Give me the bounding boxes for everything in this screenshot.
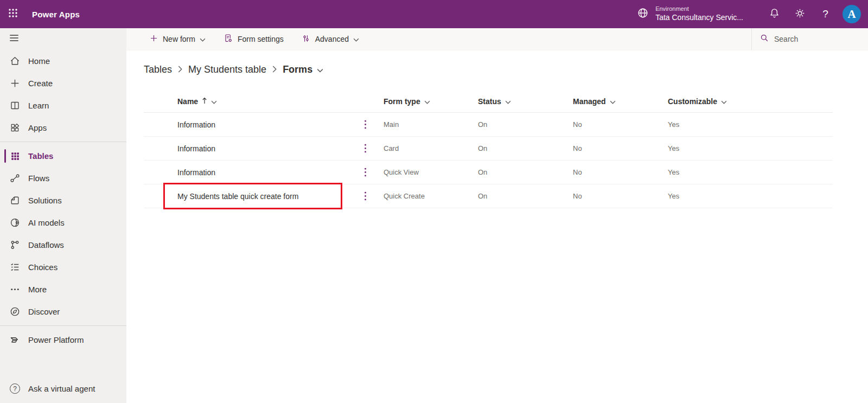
form-name[interactable]: Information [177, 168, 215, 177]
sidebar-item-ask-virtual-agent[interactable]: ? Ask a virtual agent [0, 378, 126, 400]
waffle-icon [8, 8, 18, 21]
row-more-commands-button[interactable] [361, 189, 370, 203]
advanced-button[interactable]: Advanced [295, 28, 366, 50]
column-header-name[interactable]: Name [177, 90, 217, 112]
managed-cell: No [573, 161, 582, 184]
column-header-form-type[interactable]: Form type [384, 90, 430, 112]
sidebar-item-label: Dataflows [28, 240, 64, 250]
avatar[interactable]: A [843, 5, 861, 23]
chevron-down-icon [721, 97, 727, 106]
choices-icon [9, 261, 21, 273]
table-row[interactable]: My Students table quick create form Quic… [144, 184, 833, 208]
sidebar-item-label: Create [28, 79, 53, 88]
sidebar-item-flows[interactable]: Flows [0, 167, 126, 189]
row-more-commands-button[interactable] [361, 165, 370, 179]
sidebar-item-discover[interactable]: Discover [0, 300, 126, 323]
sidebar-item-label: Solutions [28, 196, 62, 205]
chevron-down-icon [424, 97, 430, 106]
form-type-cell: Quick View [384, 161, 419, 184]
customizable-cell: Yes [668, 137, 679, 160]
sidebar-divider [0, 142, 126, 142]
dataflows-icon [9, 239, 21, 251]
sidebar-item-more[interactable]: More [0, 278, 126, 300]
table-row[interactable]: Information Card On No Yes [144, 137, 833, 161]
sliders-icon [301, 34, 311, 45]
header-right-cluster: Environment Tata Consultancy Servic... ? [636, 0, 868, 28]
search-box[interactable] [751, 28, 868, 50]
form-name[interactable]: Information [177, 120, 215, 129]
form-type-cell: Quick Create [384, 184, 425, 208]
environment-globe-icon [636, 7, 649, 22]
row-more-commands-button[interactable] [361, 142, 370, 155]
home-icon [9, 55, 21, 67]
sidebar-item-tables[interactable]: Tables [0, 145, 126, 167]
notifications-button[interactable] [762, 0, 787, 28]
search-input[interactable] [774, 35, 856, 43]
solutions-icon [9, 194, 21, 207]
chevron-down-icon [317, 64, 323, 75]
chevron-right-icon [178, 64, 182, 75]
sidebar-divider [0, 325, 126, 326]
sidebar-item-ai-models[interactable]: AI models [0, 212, 126, 234]
column-header-status[interactable]: Status [478, 90, 511, 112]
form-settings-icon [223, 33, 233, 45]
sidebar-item-label: Power Platform [28, 335, 84, 344]
sort-ascending-icon [202, 97, 207, 106]
collapse-nav-button[interactable] [0, 28, 126, 50]
column-header-customizable[interactable]: Customizable [668, 90, 727, 112]
sidebar-item-power-platform[interactable]: Power Platform [0, 329, 126, 351]
sidebar-item-create[interactable]: Create [0, 72, 126, 94]
form-type-cell: Card [384, 137, 399, 160]
form-type-cell: Main [384, 113, 399, 136]
sidebar-item-label: Learn [28, 101, 49, 110]
form-name[interactable]: Information [177, 144, 215, 153]
sidebar: Home Create Learn Apps [0, 28, 126, 403]
table-row[interactable]: Information Main On No Yes [144, 113, 833, 137]
sidebar-item-label: Choices [28, 263, 58, 272]
sidebar-item-label: Flows [28, 174, 49, 183]
managed-cell: No [573, 137, 582, 160]
breadcrumb-forms[interactable]: Forms [283, 64, 323, 75]
help-button[interactable]: ? [813, 0, 838, 28]
plus-icon [149, 34, 158, 44]
app-title[interactable]: Power Apps [32, 10, 80, 19]
customizable-cell: Yes [668, 184, 679, 208]
environment-label: Environment [655, 5, 743, 13]
sidebar-item-label: Apps [28, 123, 47, 132]
sidebar-item-label: Discover [28, 307, 60, 316]
table-header-row: Name Form type Status [144, 90, 833, 113]
table-row[interactable]: Information Quick View On No Yes [144, 161, 833, 184]
sidebar-item-home[interactable]: Home [0, 50, 126, 72]
breadcrumb-tables[interactable]: Tables [144, 64, 172, 75]
sidebar-item-dataflows[interactable]: Dataflows [0, 234, 126, 256]
sidebar-item-apps[interactable]: Apps [0, 117, 126, 139]
column-header-managed[interactable]: Managed [573, 90, 616, 112]
discover-icon [9, 305, 21, 318]
form-settings-button[interactable]: Form settings [216, 28, 290, 50]
forms-table: Name Form type Status [144, 90, 833, 208]
sidebar-item-learn[interactable]: Learn [0, 94, 126, 117]
sidebar-item-label: Ask a virtual agent [28, 384, 95, 393]
managed-cell: No [573, 113, 582, 136]
sidebar-spacer [0, 351, 126, 378]
breadcrumb-my-students-table[interactable]: My Students table [188, 64, 266, 75]
chevron-down-icon [211, 97, 217, 106]
form-name[interactable]: My Students table quick create form [177, 192, 298, 201]
status-cell: On [478, 161, 487, 184]
new-form-button[interactable]: New form [143, 28, 212, 50]
chat-question-icon: ? [9, 382, 21, 395]
app-launcher-button[interactable] [0, 0, 26, 28]
apps-icon [9, 121, 21, 134]
environment-picker[interactable]: Environment Tata Consultancy Servic... [636, 5, 743, 22]
search-icon [760, 33, 769, 45]
row-more-commands-button[interactable] [361, 118, 370, 131]
settings-button[interactable] [787, 0, 813, 28]
ai-models-icon [9, 216, 21, 229]
more-ellipsis-icon [9, 283, 21, 296]
sidebar-item-solutions[interactable]: Solutions [0, 189, 126, 212]
book-icon [9, 99, 21, 112]
main-content: New form Form settings [126, 28, 868, 403]
sidebar-item-choices[interactable]: Choices [0, 256, 126, 278]
gear-icon [794, 8, 806, 21]
tables-icon [9, 150, 21, 162]
